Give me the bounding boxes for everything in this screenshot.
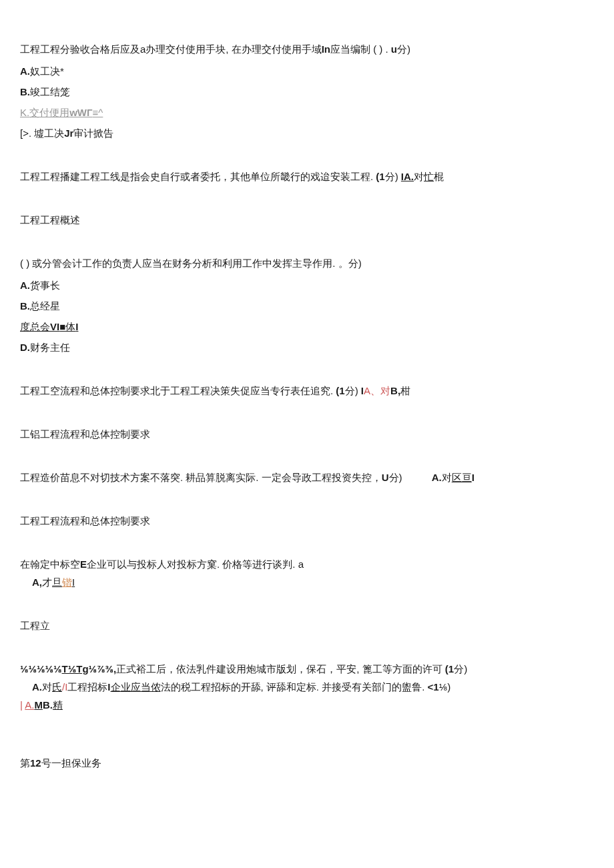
q6-ans-bold: A, xyxy=(32,576,42,588)
q1-optK-end: ≡^ xyxy=(93,107,103,118)
q7-l2-score-text: ⅛) xyxy=(439,681,451,693)
q7-l2-underline1: 氏 xyxy=(52,681,62,693)
q3-optA-text: 货事长 xyxy=(30,280,60,291)
q7-l2-text3: 法的税工程招标的开舔, 评舔和定标. 并接受有关部门的盥鲁. xyxy=(161,681,428,693)
q6-header: 工程工程流程和总体控制要求 xyxy=(20,515,150,526)
question-5: 工程造价苗息不对切技术方案不落突. 耕品算脱离实际. 一定会导政工程投资失控，U… xyxy=(20,468,594,486)
q5-ans-text: 对 xyxy=(442,472,452,483)
q2-score-bold: (1 xyxy=(376,171,384,182)
q6-ans-end: I xyxy=(72,576,75,588)
q1-bold1: In xyxy=(322,43,330,55)
q5-ans-underline: 区亘 xyxy=(452,472,472,483)
q3-optC-bold2: I xyxy=(75,321,78,332)
q5-ans-bold: A. xyxy=(432,472,442,483)
q7-l1-pre: ⅛⅛⅛⅛⅛ xyxy=(20,663,62,675)
q7-l1-bold: ⅛⅞⅜, xyxy=(89,663,117,675)
question-7: ⅛⅛⅛⅛⅛T⅛Tg⅛⅞⅜,正式裕工后，依法乳件建设用炮城市版划，保石，平安, 篦… xyxy=(20,660,594,714)
q7-l3-bold: M xyxy=(34,699,43,711)
q1-optB-label: B. xyxy=(20,86,30,97)
section-header-8: 第12号一担保业务 xyxy=(20,754,594,772)
q7-l1-text: 正式裕工后，依法乳件建设用炮城市版划，保石，平安, 篦工等方面的许可 xyxy=(116,663,445,675)
q3-header: 工程工程概述 xyxy=(20,214,80,226)
q7-l3-underline2: 精 xyxy=(53,699,63,711)
q1-bold2: u xyxy=(391,43,397,55)
q3-option-c: 度总会VI■体I xyxy=(20,318,594,336)
q5-score-bold: U xyxy=(382,472,389,483)
q3-optD-label: D. xyxy=(20,342,30,353)
q1-text-pre: 工程工程分验收合格后应及a办理交付使用手块, 在办理交付使用手域 xyxy=(20,43,322,55)
q1-optK-bold: wWГ xyxy=(69,107,92,118)
question-4: 工程工空流程和总体控制要求北于工程工程决策失促应当专行表任追究. (1分) IA… xyxy=(20,382,594,400)
q7-l1-underline: T⅛Tg xyxy=(62,663,89,675)
q1-optA-label: A. xyxy=(20,65,30,77)
q1-optB-text: 竣工结笼 xyxy=(30,86,70,97)
q7-header: 工程立 xyxy=(20,620,50,631)
q7-l2-bold1: A. xyxy=(32,681,42,693)
q3-optC-mid: ■体 xyxy=(59,321,75,332)
q7-l2-text1: 对 xyxy=(42,681,52,693)
q7-l2-score: <1 xyxy=(428,681,439,693)
q4-ans-end: 柑 xyxy=(400,385,410,396)
q3-optC-pre: 度总会 xyxy=(20,321,50,332)
q6-text-pre: 在翰定中标空 xyxy=(20,558,80,570)
q8-header-bold: 12 xyxy=(30,757,41,769)
q3-optA-label: A. xyxy=(20,280,30,291)
section-header-6: 工程工程流程和总体控制要求 xyxy=(20,512,594,530)
q2-ans-text: 对 xyxy=(414,171,424,182)
q7-line2: A.对氏/I工程招标I企业应当侬法的税工程招标的开舔, 评舔和定标. 并接受有关… xyxy=(20,678,594,696)
q3-optB-text: 总经星 xyxy=(30,300,60,312)
q4-score-bold: (1 xyxy=(336,385,344,396)
question-1-text: 工程工程分验收合格后应及a办理交付使用手块, 在办理交付使用手域In应当编制 (… xyxy=(20,40,594,58)
q5-answer: A.对区亘I xyxy=(432,472,475,483)
q5-score-text: 分) xyxy=(389,472,402,483)
q1-optD-bold: Jr xyxy=(64,127,73,139)
q1-option-k: K.交付便用wWГ≡^ xyxy=(20,103,594,121)
q2-text: 工程工程播建工程工线是指会史自行或者委托，其他单位所畿行的戏迨安装工程. xyxy=(20,171,376,182)
question-6: 在翰定中标空E企业可以与投标人对投标方窠. 价格等进行谈判. a A,才旦锴I xyxy=(20,555,594,591)
q1-text-end: 分) xyxy=(397,43,410,55)
q6-ans-text: 才 xyxy=(42,576,52,588)
q7-l1-score: (1 xyxy=(445,663,454,675)
q6-ans-underline: 旦 xyxy=(52,576,62,588)
q1-option-b: B.竣工结笼 xyxy=(20,83,594,101)
q3-question: ( ) 或分管会计工作的负责人应当在财务分析和利用工作中发挥主导作用. 。分) xyxy=(20,254,594,272)
q3-optC-bold1: VI xyxy=(50,321,59,332)
q4-score-text: 分) xyxy=(345,385,358,396)
q2-score-text: 分) xyxy=(385,171,398,182)
question-3: ( ) 或分管会计工作的负责人应当在财务分析和利用工作中发挥主导作用. 。分) … xyxy=(20,254,594,356)
question-1: 工程工程分验收合格后应及a办理交付使用手块, 在办理交付使用手域In应当编制 (… xyxy=(20,40,594,142)
q1-optK-text: 交付便用 xyxy=(29,107,69,118)
q1-optD-end: 审计掀告 xyxy=(73,127,113,139)
q1-optK-link: K.交付便用wWГ≡^ xyxy=(20,107,103,118)
section-header-3: 工程工程概述 xyxy=(20,211,594,229)
q2-ans-end: 棍 xyxy=(434,171,444,182)
q7-l3-underline1: A. xyxy=(25,699,34,711)
q7-l1-score-text: 分) xyxy=(454,663,467,675)
q7-l2-underline2: 企业应当侬 xyxy=(111,681,161,693)
section-header-7: 工程立 xyxy=(20,616,594,634)
q1-text-mid: 应当编制 ( ) . xyxy=(330,43,391,55)
q5-text: 工程造价苗息不对切技术方案不落突. 耕品算脱离实际. 一定会导政工程投资失控， xyxy=(20,472,382,483)
q3-option-a: A.货事长 xyxy=(20,276,594,294)
q7-l2-text2: 工程招标 xyxy=(67,681,107,693)
q2-ans-underline: 忙 xyxy=(424,171,434,182)
q3-option-d: D.财务主任 xyxy=(20,338,594,356)
q1-option-a: A.奴工决* xyxy=(20,62,594,80)
q7-l3-text: B. xyxy=(43,699,53,711)
q6-text-bold: E xyxy=(80,558,87,570)
q1-optD-pre: [>. 墟工决 xyxy=(20,127,64,139)
q5-ans-end: I xyxy=(472,472,475,483)
q5-header: 工铝工程流程和总体控制要求 xyxy=(20,428,150,440)
q6-answer: A,才旦锴I xyxy=(20,573,594,591)
q1-optK-pre: K. xyxy=(20,107,29,118)
q2-ans-bold: IA. xyxy=(401,171,414,182)
q4-text: 工程工空流程和总体控制要求北于工程工程决策失促应当专行表任追究. xyxy=(20,385,336,396)
q1-optA-text: 奴工决* xyxy=(30,65,64,77)
q3-optD-text: 财务主任 xyxy=(30,342,70,353)
q8-header-text: 号一担保业务 xyxy=(41,757,101,769)
question-2: 工程工程播建工程工线是指会史自行或者委托，其他单位所畿行的戏迨安装工程. (1分… xyxy=(20,167,594,185)
q6-line1: 在翰定中标空E企业可以与投标人对投标方窠. 价格等进行谈判. a xyxy=(20,555,594,573)
section-header-5: 工铝工程流程和总体控制要求 xyxy=(20,425,594,443)
q4-ans-red: A、对 xyxy=(364,385,390,396)
q7-line1: ⅛⅛⅛⅛⅛T⅛Tg⅛⅞⅜,正式裕工后，依法乳件建设用炮城市版划，保石，平安, 篦… xyxy=(20,660,594,678)
